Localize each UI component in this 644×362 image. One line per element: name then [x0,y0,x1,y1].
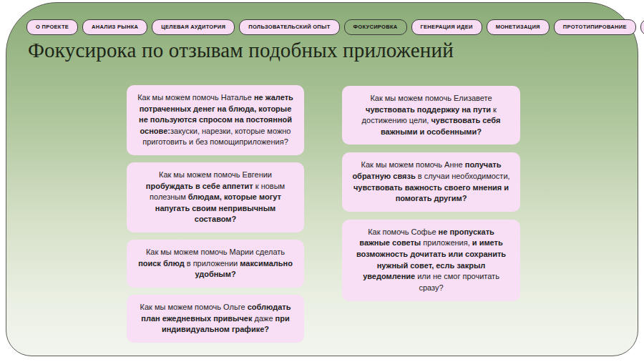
card-text-segment: Как мы можем помочь Марии сделать [146,248,285,256]
cards-column-right: Как мы можем помочь Елизавете чувствоват… [342,86,520,301]
card-text-segment: Как мы можем помочь Анне [361,160,465,169]
tab-polzovatelskiy-opyt[interactable]: ПОЛЬЗОВАТЕЛЬСКИЙ ОПЫТ [239,19,339,35]
card-text-segment: пробуждать в себе аппетит [146,182,255,190]
hmw-card[interactable]: Как мы можем помочь Марии сделать поиск … [127,240,304,288]
tab-o-proekte[interactable]: О ПРОЕКТЕ [26,19,78,35]
tab-dizayn-sistema[interactable]: ДИЗАЙН СИСТЕМА [640,19,644,35]
card-text-segment: Как мы можем помочь Евгении [159,170,272,179]
card-text-segment: приложения, [423,238,472,247]
card-text-segment: чувствовать поддержку на пути [366,105,493,114]
tab-fokusirovka[interactable]: ФОКУСИРОВКА [344,19,407,35]
hmw-card[interactable]: Как мы можем помочь Ольге соблюдать план… [127,295,304,343]
hmw-card[interactable]: Как мы можем помочь Евгении пробуждать в… [127,162,304,233]
card-text-segment: поиск блюд [138,259,187,268]
cards-column-left: Как мы можем помочь Наталье не жалеть по… [127,85,304,343]
hmw-card[interactable]: Как помочь Софье не пропускать важные со… [342,220,520,301]
tab-celevaya-auditoriya[interactable]: ЦЕЛЕВАЯ АУДИТОРИЯ [152,19,235,35]
hmw-card[interactable]: Как мы можем помочь Елизавете чувствоват… [342,86,520,145]
hmw-card[interactable]: Как мы можем помочь Анне получать обратн… [342,152,520,211]
tab-monetizaciya[interactable]: МОНЕТИЗАЦИЯ [487,19,550,35]
card-text: Как мы можем помочь Евгении пробуждать в… [137,170,294,225]
card-text-segment: в приложении [187,259,240,268]
card-text-segment: Как мы можем помочь Ольге [140,303,248,311]
page-title: Фокусирока по отзывам подобных приложени… [28,39,454,62]
card-text: Как мы можем помочь Анне получать обратн… [352,160,510,204]
card-text: Как мы можем помочь Наталье не жалеть по… [137,92,294,148]
card-text: Как мы можем помочь Марии сделать поиск … [137,247,294,280]
presentation-board: О ПРОЕКТЕАНАЛИЗ РЫНКАЦЕЛЕВАЯ АУДИТОРИЯПО… [6,2,638,356]
card-text-segment: в случаи необходимости, [418,172,510,180]
tab-bar: О ПРОЕКТЕАНАЛИЗ РЫНКАЦЕЛЕВАЯ АУДИТОРИЯПО… [26,19,616,35]
tab-generaciya-idei[interactable]: ГЕНЕРАЦИЯ ИДЕИ [411,19,482,35]
card-text-segment: даже [255,314,275,323]
card-text-segment: Как мы можем помочь Наталье [137,93,254,102]
card-text-segment: Как помочь Софье [368,228,438,236]
card-text: Как мы можем помочь Ольге соблюдать план… [137,302,294,336]
card-text: Как мы можем помочь Елизавете чувствоват… [352,93,510,137]
hmw-card[interactable]: Как мы можем помочь Наталье не жалеть по… [127,85,304,155]
card-text-segment: или не смог прочитать сразу? [417,272,499,292]
card-text: Как помочь Софье не пропускать важные со… [352,227,510,294]
card-text-segment: чувствовать важность своего мнения и пом… [353,183,509,203]
card-text-segment: Как мы можем помочь Елизавете [370,94,492,102]
tab-prototipirovanie[interactable]: ПРОТОТИПИРОВАНИЕ [554,19,636,35]
tab-analiz-rynka[interactable]: АНАЛИЗ РЫНКА [82,19,147,35]
